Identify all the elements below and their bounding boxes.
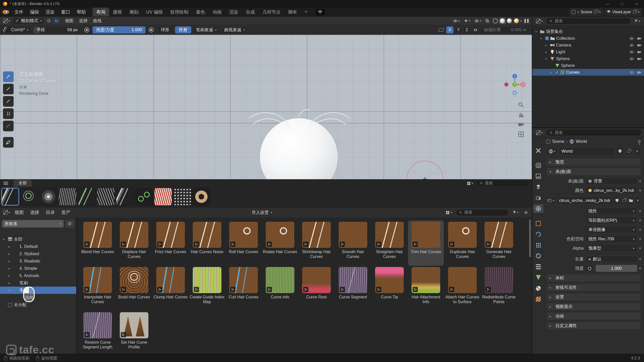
decorator-dot[interactable]	[639, 190, 641, 191]
workspace-tab[interactable]: UV 编辑	[142, 8, 167, 16]
hide-in-viewport-icon[interactable]	[629, 36, 634, 41]
outliner-filter-icon[interactable]: ▾	[633, 18, 641, 25]
workspace-tab[interactable]: 着色	[192, 8, 209, 16]
asset-tile[interactable]: Curl Hair Curves	[226, 266, 261, 311]
workspace-tab[interactable]: 脚本	[284, 8, 301, 16]
properties-search-field[interactable]	[546, 129, 641, 136]
navigation-gizmo[interactable]: Z X Y	[503, 73, 526, 96]
outliner-item-label[interactable]: Sphere	[561, 63, 575, 68]
new-world-icon[interactable]	[625, 147, 632, 155]
filter-funnel-icon[interactable]: ▾	[511, 209, 520, 216]
viewport-menu-item[interactable]: 曲线	[90, 18, 104, 24]
new-image-icon[interactable]	[621, 197, 627, 204]
disclosure-arrow[interactable]: ▾	[535, 30, 539, 33]
exclude-checkbox[interactable]: ✓	[545, 36, 549, 40]
properties-tab[interactable]	[533, 284, 543, 293]
strength-slider[interactable]: 强度/力度 1.000	[93, 26, 145, 33]
asset-tile[interactable]: Curve Tip	[372, 266, 407, 311]
disclosure-arrow[interactable]: ▸	[545, 50, 549, 54]
topbar-menu-item[interactable]: 渲染	[42, 8, 58, 16]
asset-tile[interactable]: Curve Segment	[335, 266, 371, 311]
disclosure-arrow[interactable]: ▸	[9, 267, 12, 270]
asset-tile[interactable]: Duplicate Hair Curves	[445, 220, 480, 266]
properties-tab[interactable]	[533, 241, 543, 249]
viewport-tool-button[interactable]	[3, 137, 14, 148]
asset-tile[interactable]: Interpolate Hair Curves	[80, 266, 115, 311]
collapsed-panel-header[interactable]: ▸ 体积	[546, 274, 641, 282]
collapsed-panel-header[interactable]: ▸ 自定义属性	[546, 322, 641, 330]
disclosure-arrow[interactable]: ▸	[9, 252, 12, 256]
collapsed-panel-header[interactable]: ▸ 视图显示	[546, 303, 641, 310]
outliner-item-label[interactable]: Light	[556, 50, 565, 55]
view-layer-selector[interactable]: ViewLayer ×	[605, 9, 642, 16]
visibility-dropdown[interactable]: ▾	[452, 17, 461, 24]
asset-tile[interactable]: Braid Hair Curves	[116, 266, 152, 311]
asset-tile[interactable]: Displace Hair Curves	[116, 220, 152, 266]
shelf-brush-thumbnail[interactable]	[97, 188, 115, 206]
gear-icon[interactable]	[522, 209, 529, 216]
refresh-library-icon[interactable]	[65, 220, 74, 228]
decorator-dot[interactable]	[639, 219, 641, 221]
collision-distance-slider[interactable]: 碰撞距离 0.005 m	[480, 26, 530, 33]
asset-search-field[interactable]	[456, 209, 509, 216]
disclosure-arrow[interactable]: ▸	[9, 259, 12, 263]
properties-tab[interactable]	[533, 161, 543, 170]
surface-shader-field[interactable]: 背景	[586, 177, 637, 185]
shelf-brush-thumbnail[interactable]	[135, 188, 153, 206]
image-source-dropdown[interactable]: 单张图像▾	[586, 226, 637, 233]
asset-tile[interactable]: Attach Hair Curves to Surface	[445, 266, 480, 311]
shading-rendered-icon[interactable]	[513, 18, 520, 24]
properties-tab[interactable]	[533, 252, 543, 260]
unlink-world-icon[interactable]: ×	[633, 147, 641, 155]
disable-in-render-icon[interactable]	[637, 43, 641, 48]
disclosure-arrow[interactable]: ▸	[9, 289, 12, 292]
color-texture-field[interactable]: citrus_orc...ky_2k.hdr	[586, 187, 637, 194]
outliner-search-field[interactable]	[546, 18, 631, 24]
brush-falloff-dropdown[interactable]: 笔刷衰减▾	[193, 26, 219, 33]
strength-pressure-icon[interactable]	[147, 26, 155, 33]
asset-tile[interactable]: Restore Curve Segment Length	[80, 311, 115, 354]
fake-user-shield-icon[interactable]	[616, 147, 624, 155]
asset-browser-menu-item[interactable]: 选择	[27, 209, 43, 215]
workspace-tab[interactable]: 建模	[109, 8, 126, 16]
catalog-item[interactable]: ▸ 毛发	[0, 287, 76, 294]
outliner-item-label[interactable]: Camera	[556, 43, 571, 48]
shelf-brush-thumbnail[interactable]	[173, 188, 191, 206]
catalog-item[interactable]: ▸ 2. Stylised	[0, 250, 76, 257]
shelf-brush-thumbnail[interactable]	[59, 188, 76, 206]
disable-in-render-icon[interactable]	[637, 70, 641, 75]
maximize-button[interactable]: □	[615, 0, 629, 8]
unlink-scene-icon[interactable]: ×	[598, 10, 601, 14]
viewport-menu-item[interactable]: 选择	[76, 18, 90, 24]
outliner-item-label[interactable]: Sphere	[556, 56, 570, 61]
outliner-row[interactable]: ✓ Sphere	[532, 62, 644, 69]
curve-falloff-dropdown[interactable]: 曲线衰减▾	[221, 26, 248, 33]
orientation-plane-icon[interactable]	[438, 26, 445, 33]
properties-tab[interactable]	[533, 172, 543, 180]
disable-in-render-icon[interactable]	[637, 36, 641, 41]
image-name-field[interactable]: citrus_orcha...resky_2k.hdr	[556, 197, 613, 204]
symmetry-z-button[interactable]: Z	[463, 26, 470, 33]
new-scene-icon[interactable]	[594, 11, 597, 13]
move-view-hand-icon[interactable]	[518, 111, 524, 118]
asset-tile[interactable]: Set Hair Curve Profile	[116, 311, 152, 354]
viewport-menu-item[interactable]: 视图	[62, 18, 76, 24]
outliner-item-label[interactable]: Collection	[556, 36, 575, 41]
properties-tab[interactable]	[533, 230, 543, 239]
properties-tab[interactable]	[533, 262, 543, 271]
open-image-folder-icon[interactable]	[628, 197, 634, 204]
panel-preview[interactable]: ▸ 预览	[546, 158, 641, 166]
workspace-tab[interactable]: 动画	[209, 8, 225, 16]
hide-in-viewport-icon[interactable]	[629, 70, 634, 75]
fake-user-shield-icon[interactable]	[614, 197, 620, 204]
asset-tile[interactable]: Curve Root	[299, 266, 334, 311]
viewport-tool-button[interactable]	[3, 96, 14, 107]
catalog-item[interactable]: 未分配	[0, 301, 76, 308]
outliner-item-label[interactable]: 场景集合	[546, 29, 563, 34]
symmetry-x-button[interactable]: X	[446, 26, 453, 33]
outliner-row[interactable]: ▸ ✓ Light	[532, 49, 644, 55]
hide-in-viewport-icon[interactable]	[629, 57, 634, 61]
asset-tile[interactable]: Rotate Hair Curves	[262, 220, 298, 266]
overlays-toggle-icon[interactable]: ▾	[473, 17, 482, 24]
asset-tile[interactable]: Trim Hair Curves	[408, 220, 444, 266]
